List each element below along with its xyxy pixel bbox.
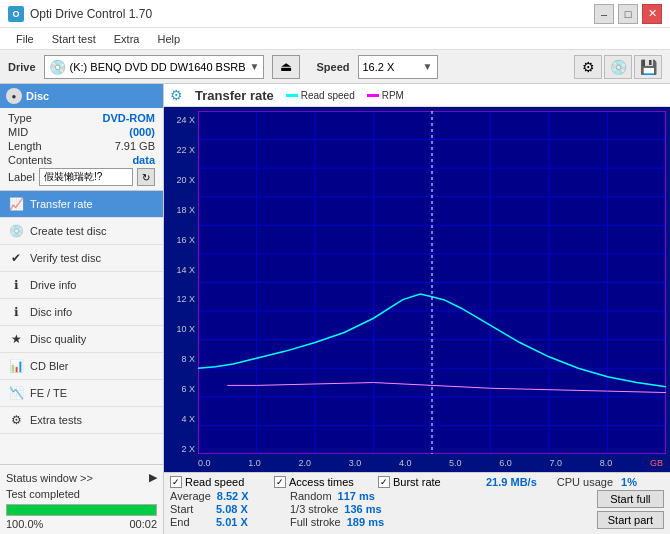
checkbox-access-times[interactable]: ✓ Access times bbox=[274, 476, 374, 488]
drive-info-icon: ℹ bbox=[8, 277, 24, 293]
nav-item-cd-bler[interactable]: 📊 CD Bler bbox=[0, 353, 163, 380]
nav-item-create-test-disc[interactable]: 💿 Create test disc bbox=[0, 218, 163, 245]
disc-label-field[interactable]: 假裝懶瑞乾!? bbox=[39, 168, 133, 186]
x-label-8: 8.0 bbox=[600, 458, 616, 468]
nav-label-create-test-disc: Create test disc bbox=[30, 225, 106, 237]
legend-read-speed: Read speed bbox=[286, 90, 355, 101]
y-label-14x: 14 X bbox=[164, 265, 198, 275]
status-window-arrow-icon: ▶ bbox=[149, 471, 157, 484]
average-row: Average 8.52 X bbox=[170, 490, 270, 502]
legend-read-speed-color bbox=[286, 94, 298, 97]
x-label-6: 6.0 bbox=[499, 458, 515, 468]
legend-rpm-label: RPM bbox=[382, 90, 404, 101]
menu-bar: File Start test Extra Help bbox=[0, 28, 670, 50]
menu-file[interactable]: File bbox=[8, 32, 42, 46]
y-label-2x: 2 X bbox=[164, 444, 198, 454]
eject-button[interactable]: ⏏ bbox=[272, 55, 300, 79]
y-label-12x: 12 X bbox=[164, 294, 198, 304]
nav-item-disc-info[interactable]: ℹ Disc info bbox=[0, 299, 163, 326]
sidebar: ● Disc Type DVD-ROM MID (000) Length 7.9… bbox=[0, 84, 164, 534]
legend-rpm: RPM bbox=[367, 90, 404, 101]
disc-contents-value: data bbox=[132, 154, 155, 166]
menu-extra[interactable]: Extra bbox=[106, 32, 148, 46]
disc-section-label: Disc bbox=[26, 90, 49, 102]
cd-bler-icon: 📊 bbox=[8, 358, 24, 374]
progress-bar bbox=[6, 504, 157, 516]
title-bar: O Opti Drive Control 1.70 – □ ✕ bbox=[0, 0, 670, 28]
checkbox-read-speed-box[interactable]: ✓ bbox=[170, 476, 182, 488]
status-area: Status window >> ▶ Test completed 100.0%… bbox=[0, 464, 163, 534]
end-label: End bbox=[170, 516, 210, 528]
menu-help[interactable]: Help bbox=[149, 32, 188, 46]
chart-title: Transfer rate bbox=[195, 88, 274, 103]
end-row: End 5.01 X bbox=[170, 516, 270, 528]
verify-test-disc-icon: ✔ bbox=[8, 250, 24, 266]
status-text: Test completed bbox=[6, 486, 157, 502]
toolbar-icon-1[interactable]: ⚙ bbox=[574, 55, 602, 79]
full-stroke-row: Full stroke 189 ms bbox=[290, 516, 392, 528]
one-third-stroke-value: 136 ms bbox=[344, 503, 389, 515]
status-window-button[interactable]: Status window >> ▶ bbox=[6, 469, 157, 486]
checkbox-access-times-box[interactable]: ✓ bbox=[274, 476, 286, 488]
nav-label-disc-info: Disc info bbox=[30, 306, 72, 318]
y-label-24x: 24 X bbox=[164, 115, 198, 125]
start-part-button[interactable]: Start part bbox=[597, 511, 664, 529]
status-window-label: Status window >> bbox=[6, 472, 93, 484]
disc-length-label: Length bbox=[8, 140, 42, 152]
x-label-7: 7.0 bbox=[550, 458, 566, 468]
nav-item-fe-te[interactable]: 📉 FE / TE bbox=[0, 380, 163, 407]
speed-select[interactable]: 16.2 X ▼ bbox=[358, 55, 438, 79]
legend-read-speed-label: Read speed bbox=[301, 90, 355, 101]
start-full-button[interactable]: Start full bbox=[597, 490, 664, 508]
nav-label-extra-tests: Extra tests bbox=[30, 414, 82, 426]
nav-item-transfer-rate[interactable]: 📈 Transfer rate bbox=[0, 191, 163, 218]
drive-select[interactable]: 💿 (K:) BENQ DVD DD DW1640 BSRB ▼ bbox=[44, 55, 265, 79]
speed-dropdown-arrow-icon: ▼ bbox=[423, 61, 433, 72]
disc-label-row: Label 假裝懶瑞乾!? ↻ bbox=[8, 168, 155, 186]
x-label-0: 0.0 bbox=[198, 458, 214, 468]
nav-item-verify-test-disc[interactable]: ✔ Verify test disc bbox=[0, 245, 163, 272]
toolbar-icon-3[interactable]: 💾 bbox=[634, 55, 662, 79]
progress-time: 00:02 bbox=[129, 518, 157, 530]
disc-mid-value: (000) bbox=[129, 126, 155, 138]
maximize-button[interactable]: □ bbox=[618, 4, 638, 24]
middle-stats: Random 117 ms 1/3 stroke 136 ms Full str… bbox=[290, 490, 392, 528]
disc-contents-row: Contents data bbox=[8, 154, 155, 166]
drive-bar: Drive 💿 (K:) BENQ DVD DD DW1640 BSRB ▼ ⏏… bbox=[0, 50, 670, 84]
disc-mid-row: MID (000) bbox=[8, 126, 155, 138]
menu-start-test[interactable]: Start test bbox=[44, 32, 104, 46]
full-stroke-value: 189 ms bbox=[347, 516, 392, 528]
drive-label: Drive bbox=[8, 61, 36, 73]
y-label-6x: 6 X bbox=[164, 384, 198, 394]
minimize-button[interactable]: – bbox=[594, 4, 614, 24]
x-axis: 0.0 1.0 2.0 3.0 4.0 5.0 6.0 7.0 8.0 GB bbox=[198, 454, 666, 472]
x-label-1: 1.0 bbox=[248, 458, 264, 468]
nav-label-transfer-rate: Transfer rate bbox=[30, 198, 93, 210]
disc-type-row: Type DVD-ROM bbox=[8, 112, 155, 124]
refresh-icon[interactable]: ↻ bbox=[137, 168, 155, 186]
full-stroke-label: Full stroke bbox=[290, 516, 341, 528]
checkbox-burst-rate[interactable]: ✓ Burst rate bbox=[378, 476, 478, 488]
nav-item-disc-quality[interactable]: ★ Disc quality bbox=[0, 326, 163, 353]
toolbar-icon-2[interactable]: 💿 bbox=[604, 55, 632, 79]
nav-label-drive-info: Drive info bbox=[30, 279, 76, 291]
close-button[interactable]: ✕ bbox=[642, 4, 662, 24]
checkbox-burst-rate-box[interactable]: ✓ bbox=[378, 476, 390, 488]
app-title: Opti Drive Control 1.70 bbox=[30, 7, 152, 21]
disc-type-label: Type bbox=[8, 112, 32, 124]
disc-mid-label: MID bbox=[8, 126, 28, 138]
nav-item-drive-info[interactable]: ℹ Drive info bbox=[0, 272, 163, 299]
random-row: Random 117 ms bbox=[290, 490, 392, 502]
speed-label: Speed bbox=[316, 61, 349, 73]
checkbox-read-speed[interactable]: ✓ Read speed bbox=[170, 476, 270, 488]
start-label: Start bbox=[170, 503, 210, 515]
disc-label-label: Label bbox=[8, 171, 35, 183]
one-third-stroke-label: 1/3 stroke bbox=[290, 503, 338, 515]
stats-row-1: ✓ Read speed ✓ Access times ✓ Burst rate… bbox=[170, 476, 664, 488]
speed-value: 16.2 X bbox=[363, 61, 419, 73]
disc-details: Type DVD-ROM MID (000) Length 7.91 GB Co… bbox=[0, 108, 163, 191]
nav-item-extra-tests[interactable]: ⚙ Extra tests bbox=[0, 407, 163, 434]
y-label-8x: 8 X bbox=[164, 354, 198, 364]
one-third-stroke-row: 1/3 stroke 136 ms bbox=[290, 503, 392, 515]
x-label-5: 5.0 bbox=[449, 458, 465, 468]
